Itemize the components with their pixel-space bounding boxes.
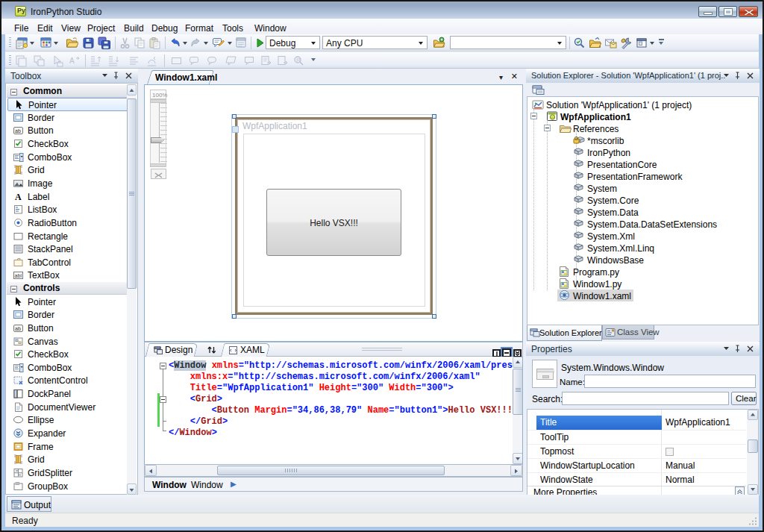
svg-text:abl: abl [15,273,22,278]
svg-text:ab: ab [15,128,21,134]
svg-text:A: A [69,57,75,65]
svg-text:ab: ab [15,326,21,331]
svg-text:R: R [296,57,301,63]
svg-text:A: A [15,192,22,202]
